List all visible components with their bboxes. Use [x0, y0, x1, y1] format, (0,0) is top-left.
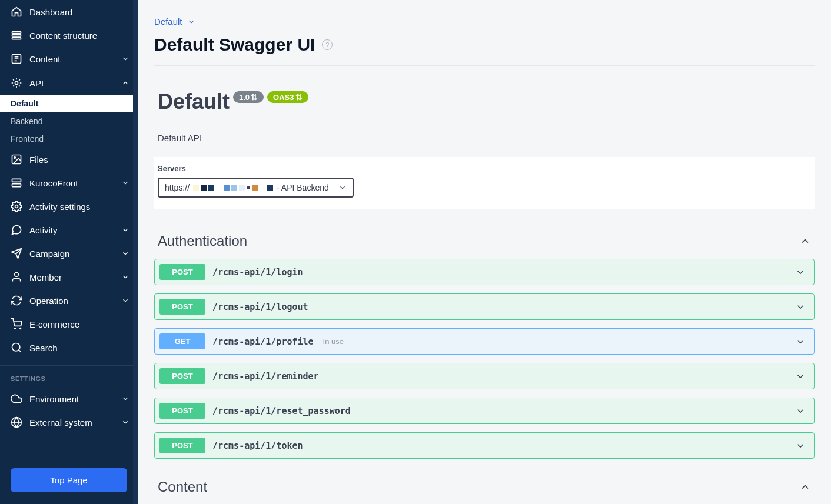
chevron-down-icon [795, 267, 806, 278]
chevron-down-icon [121, 249, 129, 258]
nav-content[interactable]: Content [0, 47, 138, 71]
nav-ecommerce[interactable]: E-commerce [0, 312, 138, 336]
nav-label: Dashboard [29, 7, 72, 17]
globe-icon [11, 416, 22, 428]
endpoint-row[interactable]: POST/rcms-api/1/login [154, 259, 815, 285]
method-badge: GET [159, 333, 205, 349]
chat-icon [11, 224, 22, 236]
endpoint-path: /rcms-api/1/profile [212, 336, 314, 347]
section-authentication[interactable]: Authentication [154, 209, 815, 255]
svg-point-16 [20, 328, 21, 329]
server-icon [11, 177, 22, 189]
nav-activity-settings[interactable]: Activity settings [0, 195, 138, 218]
server-select[interactable]: https:// - API Backend [158, 178, 354, 198]
chevron-down-icon [795, 336, 806, 347]
svg-point-14 [15, 273, 19, 277]
nav-external-system[interactable]: External system [0, 410, 138, 434]
chevron-down-icon [338, 183, 347, 192]
endpoint-row[interactable]: POST/rcms-api/1/reminder [154, 363, 815, 389]
swagger-description: Default API [154, 114, 815, 157]
method-badge: POST [159, 438, 205, 453]
send-icon [11, 248, 22, 259]
endpoint-row[interactable]: GET/rcms-api/1/profileIn use [154, 328, 815, 355]
api-icon [11, 77, 22, 89]
chevron-down-icon [121, 179, 129, 187]
chevron-up-icon [121, 79, 129, 87]
chevron-down-icon [121, 55, 129, 63]
breadcrumb-item[interactable]: Default [154, 16, 182, 26]
page-title: Default Swagger UI [154, 35, 315, 55]
chevron-down-icon [121, 418, 129, 426]
nav-label: Campaign [29, 249, 69, 259]
method-badge: POST [159, 368, 205, 384]
cart-icon [11, 318, 22, 330]
nav-api[interactable]: API [0, 71, 138, 95]
sidebar: Dashboard Content structure Content API [0, 0, 138, 504]
nav-activity[interactable]: Activity [0, 218, 138, 242]
sidebar-scrollbar[interactable] [133, 0, 138, 504]
nav-api-frontend[interactable]: Frontend [0, 130, 138, 148]
breadcrumb[interactable]: Default [154, 0, 815, 35]
chevron-down-icon [121, 273, 129, 281]
svg-point-17 [12, 343, 20, 351]
endpoint-row[interactable]: POST/rcms-api/1/reset_password [154, 398, 815, 424]
endpoint-path: /rcms-api/1/logout [212, 302, 308, 312]
main-content: Default Default Swagger UI ? Default 1.0… [138, 0, 831, 504]
nav-environment[interactable]: Environment [0, 387, 138, 410]
svg-rect-7 [12, 179, 21, 182]
chevron-down-icon [121, 296, 129, 305]
nav-label: External system [29, 418, 92, 428]
svg-rect-8 [12, 184, 21, 187]
nav-dashboard[interactable]: Dashboard [0, 0, 138, 24]
svg-rect-2 [12, 37, 21, 39]
endpoint-path: /rcms-api/1/token [212, 440, 303, 451]
nav-campaign[interactable]: Campaign [0, 242, 138, 265]
nav-label: Content [29, 54, 61, 64]
svg-point-15 [15, 328, 16, 329]
image-icon [11, 153, 22, 165]
nav-label: Operation [29, 296, 68, 306]
home-icon [11, 6, 22, 18]
nav-member[interactable]: Member [0, 265, 138, 289]
endpoint-row[interactable]: POST/rcms-api/1/logout [154, 293, 815, 320]
version-badge[interactable]: 1.0⇅ [233, 91, 264, 103]
cloud-icon [11, 393, 22, 405]
top-page-button[interactable]: Top Page [11, 468, 127, 492]
nav-label: API [29, 78, 44, 88]
layers-icon [11, 29, 22, 41]
nav-label: Files [29, 155, 48, 165]
nav-api-backend[interactable]: Backend [0, 112, 138, 130]
nav-label: E-commerce [29, 319, 79, 329]
method-badge: POST [159, 403, 205, 419]
nav-operation[interactable]: Operation [0, 289, 138, 312]
endpoint-row[interactable]: POST/rcms-api/1/token [154, 432, 815, 459]
search-icon [11, 342, 22, 353]
chevron-down-icon [187, 18, 195, 26]
chevron-down-icon [795, 406, 806, 416]
nav-label: Content structure [29, 31, 97, 41]
user-icon [11, 271, 22, 283]
nav-content-structure[interactable]: Content structure [0, 24, 138, 47]
nav-api-default[interactable]: Default [0, 95, 138, 112]
section-content[interactable]: Content [154, 467, 815, 501]
svg-line-18 [19, 350, 21, 352]
chevron-up-icon [799, 235, 811, 247]
svg-point-4 [15, 82, 18, 85]
nav-label: KurocoFront [29, 178, 78, 188]
endpoint-tag: In use [323, 337, 344, 346]
chevron-down-icon [795, 302, 806, 312]
nav-kurocofront[interactable]: KurocoFront [0, 171, 138, 195]
endpoint-path: /rcms-api/1/login [212, 267, 303, 278]
nav-search[interactable]: Search [0, 336, 138, 359]
oas-badge[interactable]: OAS3⇅ [267, 91, 308, 103]
chevron-down-icon [121, 395, 129, 403]
svg-rect-0 [12, 31, 21, 33]
endpoint-path: /rcms-api/1/reset_password [212, 406, 351, 416]
chevron-down-icon [121, 226, 129, 234]
settings-heading: SETTINGS [0, 366, 138, 387]
nav-files[interactable]: Files [0, 148, 138, 171]
help-icon[interactable]: ? [322, 39, 333, 50]
nav-label: Activity settings [29, 202, 90, 212]
nav-label: Activity [29, 225, 58, 235]
nav-label: Search [29, 343, 58, 353]
